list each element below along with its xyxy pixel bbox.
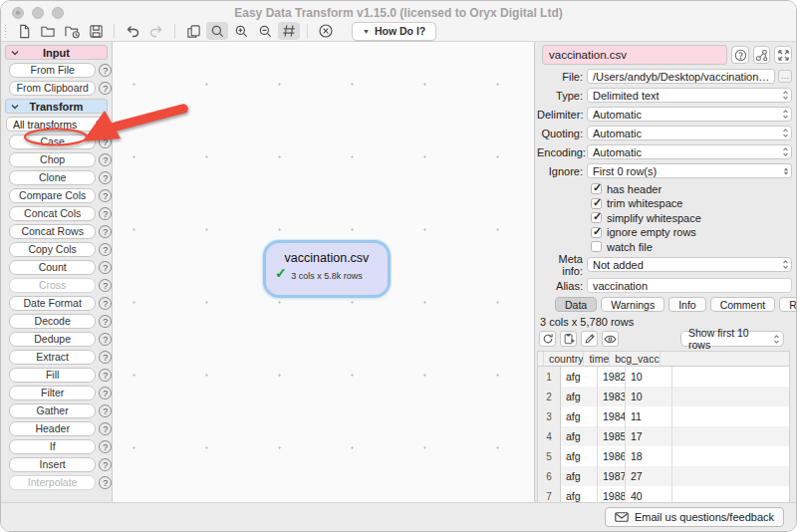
help-icon[interactable]: ?	[99, 315, 112, 328]
browse-file-button[interactable]: …	[778, 70, 792, 83]
transform-button[interactable]: Dedupe	[9, 332, 96, 347]
option-checkbox-row[interactable]: ✓ ignore empty rows	[591, 226, 792, 239]
ignore-rows-stepper[interactable]: First 0 row(s)	[587, 163, 792, 178]
inspector-tab[interactable]: Results	[779, 297, 796, 312]
table-row[interactable]: 5 afg 1986 18	[538, 446, 789, 466]
option-checkbox-row[interactable]: ✓ watch file	[591, 240, 792, 253]
inspector-tab[interactable]: Warnings	[601, 297, 664, 312]
link-nodes-icon[interactable]	[753, 46, 771, 64]
input-source-button[interactable]: From Clipboard	[9, 81, 96, 96]
zoom-tool-icon[interactable]	[206, 22, 228, 40]
undo-icon[interactable]	[122, 22, 143, 40]
preview-eye-icon[interactable]	[602, 331, 619, 347]
help-icon[interactable]: ?	[99, 171, 112, 184]
help-icon[interactable]: ?	[99, 189, 112, 202]
help-icon[interactable]: ?	[99, 458, 112, 471]
checkbox[interactable]: ✓	[591, 183, 602, 194]
table-row[interactable]: 1 afg 1982 10	[538, 367, 789, 387]
table-row[interactable]: 3 afg 1984 11	[538, 406, 789, 426]
help-icon[interactable]: ?	[99, 404, 112, 417]
transform-button[interactable]: Date Format	[9, 296, 96, 311]
toolbar-drag-handle[interactable]	[4, 24, 8, 38]
dataset-node-vaccination[interactable]: ✓ vaccination.csv 3 cols x 5.8k rows	[263, 240, 391, 298]
transform-button[interactable]: If	[9, 439, 96, 454]
flow-canvas[interactable]: ✓ vaccination.csv 3 cols x 5.8k rows	[113, 42, 534, 502]
option-checkbox-row[interactable]: ✓ trim whitespace	[591, 197, 792, 210]
email-feedback-button[interactable]: Email us questions/feedback	[605, 507, 784, 527]
alias-input[interactable]: vaccination	[587, 278, 792, 293]
transform-button[interactable]: Filter	[9, 386, 96, 400]
expand-panel-icon[interactable]	[774, 46, 792, 64]
how-do-i-button[interactable]: ▼ How Do I?	[352, 22, 436, 41]
encoding-select[interactable]: Automatic	[587, 144, 792, 159]
checkbox[interactable]: ✓	[591, 212, 602, 223]
meta-info-select[interactable]: Not added	[587, 257, 792, 272]
save-icon[interactable]	[85, 22, 107, 40]
help-icon[interactable]	[731, 46, 749, 64]
open-file-icon[interactable]	[37, 22, 59, 40]
file-path-field[interactable]: /Users/andyb/Desktop/vaccination.csv	[587, 69, 775, 84]
help-icon[interactable]: ?	[99, 387, 112, 399]
table-row[interactable]: 6 afg 1987 27	[538, 466, 789, 486]
open-recent-icon[interactable]	[61, 22, 83, 40]
help-icon[interactable]: ?	[99, 369, 112, 382]
rows-filter-select[interactable]: Show first 10 rows	[680, 331, 784, 347]
transform-button[interactable]: Header	[9, 421, 96, 436]
duplicate-icon[interactable]	[182, 22, 204, 40]
table-row[interactable]: 7 afg 1988 40	[538, 486, 789, 502]
transform-button[interactable]: Insert	[9, 457, 96, 472]
transform-button[interactable]: Count	[9, 260, 96, 275]
table-row[interactable]: 2 afg 1983 10	[538, 387, 789, 406]
delimiter-select[interactable]: Automatic	[587, 107, 792, 122]
input-section-header[interactable]: Input	[5, 45, 108, 60]
column-header[interactable]: country	[544, 352, 584, 366]
help-icon[interactable]: ?	[99, 279, 112, 292]
checkbox[interactable]: ✓	[591, 198, 602, 209]
transform-button[interactable]: Extract	[9, 350, 96, 365]
inspector-tab[interactable]: Info	[668, 297, 706, 312]
data-table[interactable]: countrytimebcg_vacc 1 afg 1982 10 2 afg …	[537, 351, 790, 502]
help-icon[interactable]: ?	[99, 225, 112, 238]
help-icon[interactable]: ?	[99, 207, 112, 220]
refresh-icon[interactable]	[539, 331, 556, 347]
edit-icon[interactable]	[581, 331, 598, 347]
toggle-grid-icon[interactable]	[278, 22, 300, 40]
zoom-window-button[interactable]	[52, 7, 64, 19]
transform-button[interactable]: Case	[9, 134, 96, 149]
transform-button[interactable]: Compare Cols	[9, 188, 96, 203]
transform-filter-select[interactable]: All transforms	[6, 117, 106, 132]
quoting-select[interactable]: Automatic	[587, 126, 792, 140]
column-header[interactable]: time	[584, 352, 610, 366]
zoom-in-icon[interactable]	[230, 22, 252, 40]
minimize-window-button[interactable]	[32, 7, 44, 19]
type-select[interactable]: Delimited text	[587, 88, 792, 103]
inspector-tab[interactable]: Comment	[710, 297, 776, 312]
transform-button[interactable]: Decode	[9, 314, 96, 329]
transform-button[interactable]: Copy Cols	[9, 242, 96, 257]
transform-button[interactable]: Concat Rows	[9, 224, 96, 239]
copy-to-clipboard-icon[interactable]	[560, 331, 577, 347]
help-icon[interactable]: ?	[99, 297, 112, 310]
option-checkbox-row[interactable]: ✓ has header	[591, 182, 792, 195]
zoom-out-icon[interactable]	[254, 22, 276, 40]
inspector-title-field[interactable]: vaccination.csv	[542, 45, 727, 65]
help-icon[interactable]: ?	[99, 135, 112, 148]
transform-button[interactable]: Cross	[9, 278, 96, 293]
inspector-tab[interactable]: Data	[555, 297, 597, 312]
help-icon[interactable]: ?	[99, 422, 112, 435]
transform-button[interactable]: Clone	[9, 170, 96, 185]
option-checkbox-row[interactable]: ✓ simplify whitespace	[591, 211, 792, 224]
checkbox[interactable]: ✓	[591, 227, 602, 238]
help-icon[interactable]: ?	[99, 243, 112, 256]
cancel-icon[interactable]	[315, 22, 337, 40]
checkbox[interactable]: ✓	[591, 241, 602, 252]
transform-section-header[interactable]: Transform	[5, 99, 108, 114]
transform-button[interactable]: Concat Cols	[9, 206, 96, 221]
help-icon[interactable]: ?	[99, 261, 112, 274]
help-icon[interactable]: ?	[99, 440, 112, 453]
help-icon[interactable]: ?	[99, 351, 112, 364]
transform-button[interactable]: Gather	[9, 403, 96, 418]
help-icon[interactable]: ?	[99, 153, 112, 166]
new-file-icon[interactable]	[13, 22, 35, 40]
table-row[interactable]: 4 afg 1985 17	[538, 426, 789, 446]
